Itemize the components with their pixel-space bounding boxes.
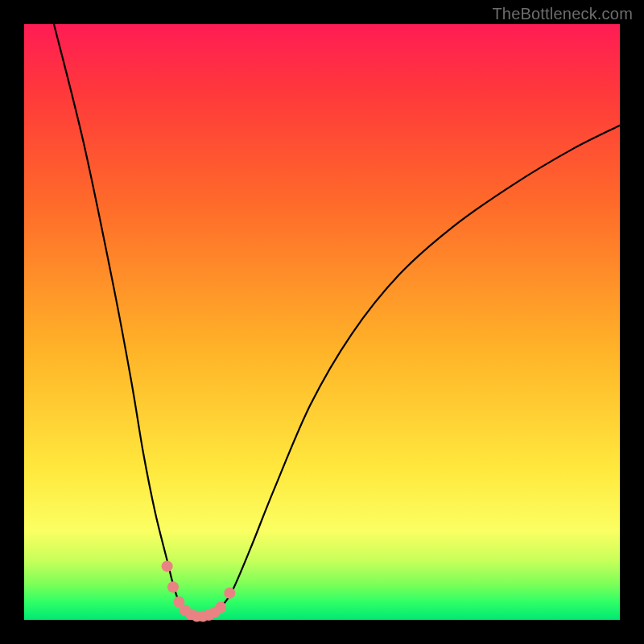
watermark-text: TheBottleneck.com xyxy=(492,5,633,23)
marker-dot xyxy=(215,601,226,613)
marker-dot xyxy=(224,588,235,599)
marker-dot xyxy=(162,560,173,572)
chart-svg xyxy=(24,24,620,620)
chart-frame: TheBottleneck.com xyxy=(0,0,644,644)
curve-path xyxy=(54,24,620,617)
marker-group xyxy=(162,560,236,621)
marker-dot xyxy=(167,581,179,592)
plot-area xyxy=(24,24,620,620)
